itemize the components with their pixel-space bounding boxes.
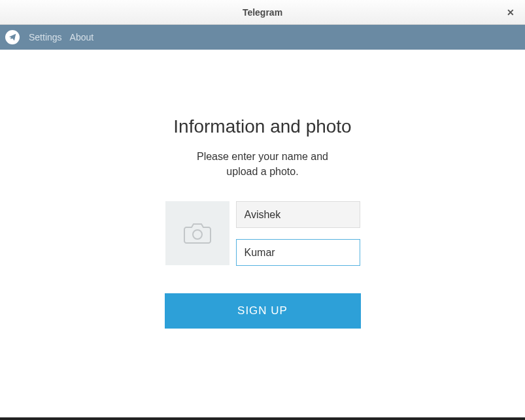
svg-point-0: [193, 230, 202, 239]
form-row: [165, 201, 360, 266]
signup-button[interactable]: SIGN UP: [165, 293, 361, 329]
subtext-line-2: upload a photo.: [197, 164, 328, 179]
page-subtext: Please enter your name and upload a phot…: [197, 149, 328, 179]
inputs-column: [236, 201, 360, 266]
subtext-line-1: Please enter your name and: [197, 149, 328, 164]
titlebar: Telegram ✕: [0, 0, 525, 25]
close-button[interactable]: ✕: [503, 5, 518, 20]
telegram-icon[interactable]: [5, 30, 20, 44]
main-content: Information and photo Please enter your …: [0, 50, 525, 417]
menu-settings[interactable]: Settings: [29, 32, 62, 42]
first-name-input[interactable]: [236, 201, 360, 228]
photo-upload-button[interactable]: [165, 201, 229, 265]
menu-about[interactable]: About: [70, 32, 94, 42]
window-title: Telegram: [243, 7, 282, 18]
window: Telegram ✕ Settings About Information an…: [0, 0, 525, 417]
page-heading: Information and photo: [173, 116, 351, 137]
bottom-border: [0, 417, 525, 420]
menubar: Settings About: [0, 25, 525, 50]
last-name-input[interactable]: [236, 239, 360, 266]
camera-icon: [184, 222, 211, 244]
